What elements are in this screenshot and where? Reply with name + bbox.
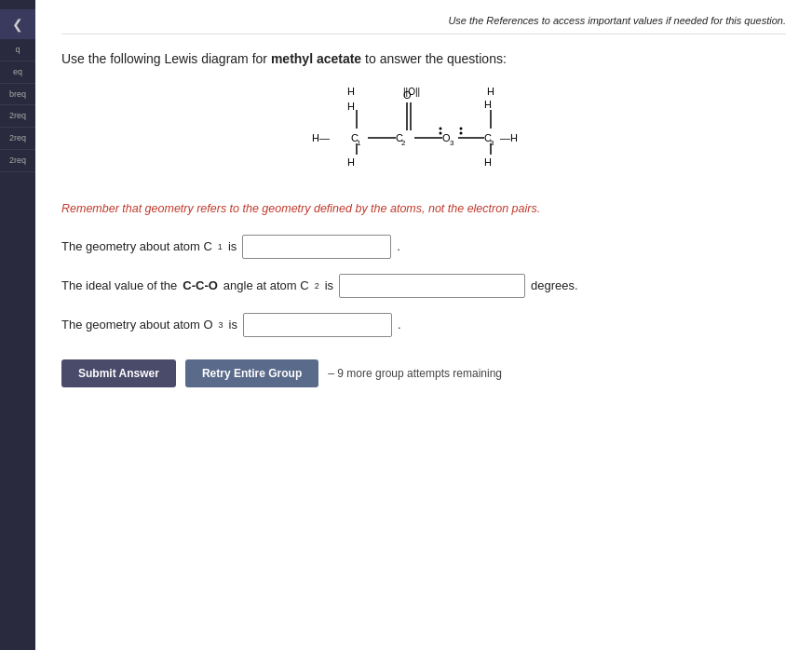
svg-point-29 xyxy=(460,132,463,135)
molecule-name: methyl acetate xyxy=(271,51,361,66)
svg-text:2: 2 xyxy=(401,139,406,147)
reference-bar: Use the References to access important v… xyxy=(61,15,786,34)
sidebar-item-3[interactable]: 2req xyxy=(0,105,35,128)
q1-prefix: The geometry about atom C xyxy=(61,239,212,253)
svg-text:H: H xyxy=(347,86,355,97)
sidebar-item-1[interactable]: eq xyxy=(0,61,35,84)
q3-is: is xyxy=(229,318,237,332)
svg-text:H: H xyxy=(347,101,355,112)
buttons-row: Submit Answer Retry Entire Group – 9 mor… xyxy=(61,359,786,387)
q1-is: is xyxy=(228,239,237,253)
q3-subscript: 3 xyxy=(219,320,223,330)
attempts-text: – 9 more group attempts remaining xyxy=(328,367,502,380)
q2-subscript: 2 xyxy=(315,281,319,291)
svg-point-30 xyxy=(460,128,463,130)
svg-text:H: H xyxy=(484,156,492,168)
geometry-note-text: Remember that geometry refers to the geo… xyxy=(61,202,540,215)
retry-button[interactable]: Retry Entire Group xyxy=(185,359,318,387)
q2-prefix: The ideal value of the xyxy=(61,278,177,292)
question-3-row: The geometry about atom O3 is . xyxy=(61,313,786,337)
q2-end: degrees. xyxy=(531,278,578,292)
q2-bold-text: C-C-O xyxy=(183,278,218,292)
q3-prefix: The geometry about atom O xyxy=(61,318,213,332)
svg-text:H: H xyxy=(347,156,355,168)
sidebar-item-5[interactable]: 2req xyxy=(0,150,35,172)
question-1-row: The geometry about atom C1 is . xyxy=(61,235,786,259)
q1-answer-input[interactable] xyxy=(242,235,391,259)
svg-text:O: O xyxy=(403,89,412,101)
svg-text:H—: H— xyxy=(312,132,330,143)
sidebar-item-0[interactable]: q xyxy=(0,39,35,61)
sidebar: ❮ q eq breq 2req 2req 2req xyxy=(0,0,35,650)
sidebar-item-2[interactable]: breq xyxy=(0,84,35,106)
question-intro-end: to answer the questions: xyxy=(361,51,507,66)
svg-text:—H: —H xyxy=(500,132,518,143)
svg-point-28 xyxy=(440,128,442,130)
q2-answer-input[interactable] xyxy=(339,274,525,298)
main-content: Use the References to access important v… xyxy=(35,0,812,650)
svg-text:3: 3 xyxy=(450,139,454,147)
reference-bar-text: Use the References to access important v… xyxy=(448,15,786,26)
geometry-note: Remember that geometry refers to the geo… xyxy=(61,201,786,218)
svg-point-27 xyxy=(440,132,442,135)
q3-answer-input[interactable] xyxy=(243,313,392,337)
question-2-row: The ideal value of the C-C-O angle at at… xyxy=(61,274,786,298)
q1-subscript: 1 xyxy=(218,242,223,251)
submit-button[interactable]: Submit Answer xyxy=(61,359,176,387)
svg-text:H: H xyxy=(484,99,492,110)
svg-text:H: H xyxy=(487,86,494,97)
question-intro: Use the following Lewis diagram for meth… xyxy=(61,49,786,69)
lewis-diagram: H ||O|| H H— C 1 C 2 O O 3 xyxy=(303,82,545,184)
q2-suffix: is xyxy=(325,278,333,292)
sidebar-item-4[interactable]: 2req xyxy=(0,128,35,150)
sidebar-collapse-button[interactable]: ❮ xyxy=(0,9,35,39)
attempts-count: 9 more group attempts remaining xyxy=(337,367,502,380)
q2-mid: angle at atom C xyxy=(223,278,309,292)
question-intro-text: Use the following Lewis diagram for xyxy=(61,51,271,66)
lewis-diagram-container: H ||O|| H H— C 1 C 2 O O 3 xyxy=(61,82,786,184)
